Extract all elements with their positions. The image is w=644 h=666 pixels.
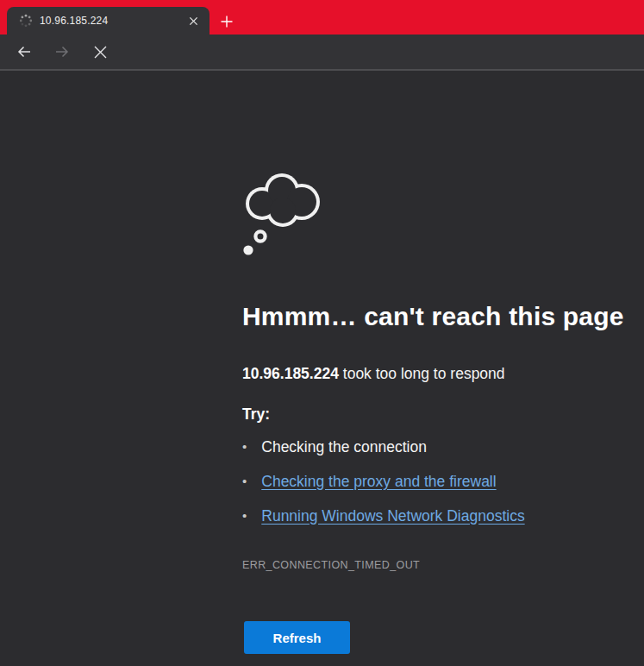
browser-tab[interactable]: 10.96.185.224 bbox=[7, 7, 209, 35]
browser-window: { "tab_strip": { "tab": { "title": "10.9… bbox=[0, 0, 644, 666]
error-code: ERR_CONNECTION_TIMED_OUT bbox=[242, 559, 420, 571]
error-subtitle-rest: took too long to respond bbox=[339, 365, 505, 382]
suggestion-item: Checking the connection bbox=[242, 430, 525, 464]
refresh-button[interactable]: Refresh bbox=[244, 621, 350, 654]
suggestion-item: Checking the proxy and the firewall bbox=[242, 464, 525, 499]
error-page: Hmmm… can't reach this page 10.96.185.22… bbox=[0, 71, 644, 666]
suggestion-link[interactable]: Running Windows Network Diagnostics bbox=[261, 507, 524, 525]
suggestion-text: Checking the connection bbox=[261, 438, 427, 456]
stop-button[interactable] bbox=[84, 36, 116, 67]
forward-arrow-icon bbox=[53, 43, 71, 60]
back-button[interactable] bbox=[9, 36, 40, 67]
loading-spinner-icon bbox=[19, 14, 33, 28]
suggestion-link[interactable]: Checking the proxy and the firewall bbox=[261, 473, 496, 491]
thought-bubble-icon bbox=[239, 161, 325, 256]
tab-strip: 10.96.185.224 bbox=[0, 0, 644, 35]
stop-x-icon bbox=[93, 45, 108, 60]
try-label: Try: bbox=[242, 405, 270, 424]
tab-title: 10.96.185.224 bbox=[40, 15, 185, 27]
back-arrow-icon bbox=[16, 43, 33, 60]
forward-button[interactable] bbox=[47, 36, 78, 67]
error-host: 10.96.185.224 bbox=[242, 365, 339, 382]
error-subtitle: 10.96.185.224 took too long to respond bbox=[242, 365, 505, 383]
suggestion-item: Running Windows Network Diagnostics bbox=[242, 499, 525, 533]
new-tab-button[interactable] bbox=[216, 11, 237, 32]
error-heading: Hmmm… can't reach this page bbox=[242, 302, 624, 331]
tab-close-icon[interactable] bbox=[185, 13, 201, 28]
suggestion-list: Checking the connectionChecking the prox… bbox=[242, 430, 525, 533]
plus-icon bbox=[220, 15, 234, 28]
navigation-toolbar: https://10.96.185.224 bbox=[0, 35, 644, 69]
